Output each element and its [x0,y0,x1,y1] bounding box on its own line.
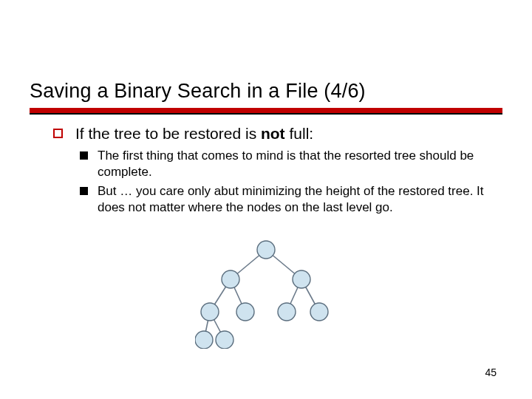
filled-square-icon [80,151,88,160]
slide-title: Saving a Binary Search in a File (4/6) [30,80,502,103]
title-underline [30,108,502,113]
tree-figure [195,238,337,349]
bullet-lvl2-a: The first thing that comes to mind is th… [80,148,494,180]
svg-point-9 [222,270,239,288]
slide-body: If the tree to be restored is not full: … [53,124,494,216]
filled-square-icon [80,187,88,195]
bullet-lvl1: If the tree to be restored is not full: [53,124,494,143]
svg-point-14 [310,303,328,321]
svg-point-10 [293,270,310,288]
svg-point-12 [236,303,254,321]
lvl2-text-a: The first thing that comes to mind is th… [98,149,474,179]
svg-point-15 [195,331,213,349]
page-number: 45 [485,366,497,378]
svg-point-11 [201,303,219,321]
hollow-square-icon [53,129,63,138]
lvl1-text-bold: not [261,125,285,142]
lvl1-text-post: full: [285,125,314,142]
bullet-lvl2-b: But … you care only abut minimizing the … [80,183,494,216]
svg-point-8 [257,241,275,259]
slide: Saving a Binary Search in a File (4/6) I… [0,0,532,399]
svg-point-16 [216,331,233,349]
binary-tree-icon [195,238,337,349]
lvl1-text-pre: If the tree to be restored is [75,125,261,142]
lvl2-text-b: But … you care only abut minimizing the … [98,184,484,214]
svg-point-13 [278,303,296,321]
